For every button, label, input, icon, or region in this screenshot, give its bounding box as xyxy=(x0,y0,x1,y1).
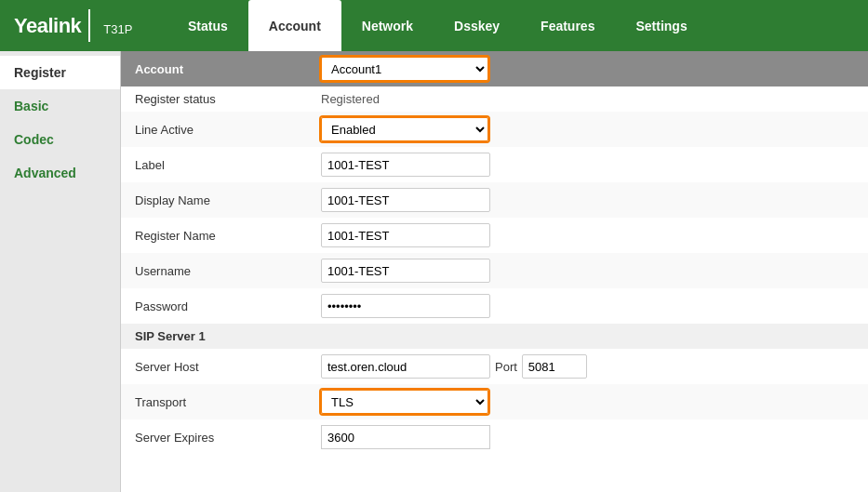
sidebar-item-codec[interactable]: Codec xyxy=(0,123,120,156)
username-cell xyxy=(307,253,868,288)
tab-account[interactable]: Account xyxy=(248,0,341,51)
port-input[interactable] xyxy=(522,354,587,379)
line-active-label: Line Active xyxy=(121,112,307,147)
register-name-cell xyxy=(307,218,868,253)
table-row: Server Host Port xyxy=(121,349,868,384)
display-name-label: Display Name xyxy=(121,182,307,218)
table-row: Register Name xyxy=(121,218,868,253)
table-row: Transport TLS UDP TCP xyxy=(121,384,868,419)
transport-select[interactable]: TLS UDP TCP xyxy=(321,390,488,414)
username-label: Username xyxy=(121,253,307,288)
register-status-label: Register status xyxy=(121,86,307,112)
content-area: Account Account1 Account2 Register statu… xyxy=(121,51,868,492)
username-input[interactable] xyxy=(321,259,490,283)
label-field-label: Label xyxy=(121,147,307,182)
table-row: Display Name xyxy=(121,182,868,218)
main-layout: Register Basic Codec Advanced Account Ac… xyxy=(0,51,868,492)
table-row: Label xyxy=(121,147,868,182)
header: Yealink T31P Status Account Network Dssk… xyxy=(0,0,868,51)
table-row: Server Expires xyxy=(121,419,868,455)
server-host-group: Port xyxy=(321,354,854,379)
account-column-header: Account xyxy=(121,51,307,86)
brand-name: Yealink xyxy=(14,14,81,38)
password-input[interactable] xyxy=(321,294,490,318)
password-cell xyxy=(307,288,868,324)
server-host-label: Server Host xyxy=(121,349,307,384)
sidebar-item-register[interactable]: Register xyxy=(0,56,120,89)
server-host-input[interactable] xyxy=(321,354,490,379)
sip-server-header-row: SIP Server 1 xyxy=(121,324,868,349)
logo-divider xyxy=(88,9,90,42)
account-select-cell: Account1 Account2 xyxy=(307,51,868,86)
display-name-cell xyxy=(307,182,868,218)
register-name-input[interactable] xyxy=(321,223,490,247)
table-row: Username xyxy=(121,253,868,288)
form-table: Account Account1 Account2 Register statu… xyxy=(121,51,868,455)
line-active-select[interactable]: Enabled Disabled xyxy=(321,117,488,141)
transport-label: Transport xyxy=(121,384,307,419)
tab-network[interactable]: Network xyxy=(341,0,434,51)
model-name: T31P xyxy=(103,22,132,36)
label-field-cell xyxy=(307,147,868,182)
port-label: Port xyxy=(495,360,517,374)
server-expires-input[interactable] xyxy=(321,425,490,449)
sip-server-header: SIP Server 1 xyxy=(121,324,868,349)
display-name-input[interactable] xyxy=(321,188,490,212)
tab-dsskey[interactable]: Dsskey xyxy=(434,0,520,51)
server-expires-label: Server Expires xyxy=(121,419,307,455)
label-input[interactable] xyxy=(321,153,490,177)
logo: Yealink T31P xyxy=(0,9,167,42)
server-expires-cell xyxy=(307,419,868,455)
tab-status[interactable]: Status xyxy=(167,0,248,51)
table-row: Password xyxy=(121,288,868,324)
nav-tabs: Status Account Network Dsskey Features S… xyxy=(167,0,708,51)
tab-settings[interactable]: Settings xyxy=(615,0,707,51)
server-host-cell: Port xyxy=(307,349,868,384)
password-label: Password xyxy=(121,288,307,324)
tab-features[interactable]: Features xyxy=(520,0,615,51)
sidebar-item-basic[interactable]: Basic xyxy=(0,89,120,123)
account-select[interactable]: Account1 Account2 xyxy=(321,57,488,81)
sidebar-item-advanced[interactable]: Advanced xyxy=(0,156,120,190)
register-name-label: Register Name xyxy=(121,218,307,253)
line-active-cell: Enabled Disabled xyxy=(307,112,868,147)
register-status-value: Registered xyxy=(307,86,868,112)
table-row: Register status Registered xyxy=(121,86,868,112)
transport-cell: TLS UDP TCP xyxy=(307,384,868,419)
sidebar: Register Basic Codec Advanced xyxy=(0,51,121,492)
table-row: Line Active Enabled Disabled xyxy=(121,112,868,147)
